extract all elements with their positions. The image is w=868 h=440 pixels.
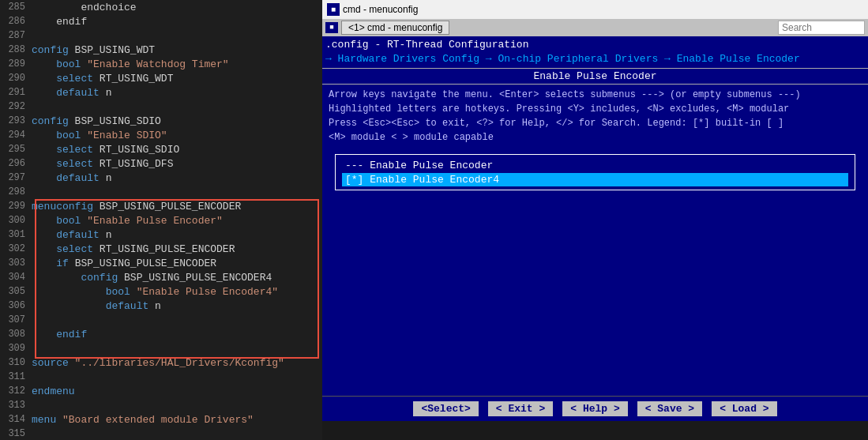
menu-separator: --- Enable Pulse Encoder — [342, 158, 848, 173]
line-number: 299 — [0, 201, 32, 212]
code-line: 296 select RT_USING_DFS — [0, 156, 322, 171]
code-line: 289 bool "Enable Watchdog Timer" — [0, 57, 322, 71]
line-content: bool "Enable Pulse Encoder4" — [32, 286, 278, 298]
code-line: 286 endif — [0, 14, 322, 28]
code-line: 287 — [0, 28, 322, 43]
code-line: 297 default n — [0, 171, 322, 185]
line-number: 305 — [0, 286, 32, 297]
line-number: 302 — [0, 243, 32, 254]
help-line: Highlighted letters are hotkeys. Pressin… — [329, 102, 862, 116]
line-number: 306 — [0, 300, 32, 311]
code-line: 304 config BSP_USING_PULSE_ENCODER4 — [0, 270, 322, 284]
code-line: 302 select RT_USING_PULSE_ENCODER — [0, 242, 322, 256]
line-content: bool "Enable Watchdog Timer" — [32, 58, 229, 70]
search-input[interactable] — [778, 21, 865, 35]
window-titlebar: ■ cmd - menuconfig — [322, 0, 868, 19]
line-content: select RT_USING_SDIO — [32, 144, 179, 156]
line-content: default n — [32, 172, 111, 184]
line-content: select RT_USING_PULSE_ENCODER — [32, 243, 235, 255]
term-button[interactable]: < Help > — [562, 401, 627, 416]
line-content: select RT_USING_WDT — [32, 73, 173, 85]
line-number: 285 — [0, 2, 32, 13]
line-number: 286 — [0, 16, 32, 27]
line-number: 298 — [0, 186, 32, 197]
menu-area: Enable Pulse Encoder Arrow keys navigate… — [322, 68, 868, 396]
bottom-bar — [322, 421, 868, 440]
menuconfig-window: ■ cmd - menuconfig ■ <1> cmd - menuconfi… — [322, 0, 868, 440]
line-number: 289 — [0, 58, 32, 70]
code-line: 307 — [0, 313, 322, 327]
help-text: Arrow keys navigate the menu. <Enter> se… — [322, 85, 868, 148]
line-content: endchoice — [32, 2, 137, 13]
code-line: 300 bool "Enable Pulse Encoder" — [0, 213, 322, 228]
menu-item-selected[interactable]: [*] Enable Pulse Encoder4 — [342, 173, 848, 186]
window-icon: ■ — [327, 3, 340, 16]
breadcrumb-line1: .config - RT-Thread Configuration — [325, 38, 865, 52]
line-number: 293 — [0, 115, 32, 126]
tab-icon: ■ — [325, 22, 338, 33]
line-number: 312 — [0, 385, 32, 397]
button-bar: <Select>< Exit >< Help >< Save >< Load > — [322, 396, 868, 421]
line-number: 290 — [0, 73, 32, 84]
line-number: 300 — [0, 215, 32, 226]
code-line: 299menuconfig BSP_USING_PULSE_ENCODER — [0, 199, 322, 213]
line-number: 315 — [0, 428, 32, 439]
code-line: 291 default n — [0, 85, 322, 100]
help-line: <M> module < > module capable — [329, 130, 862, 145]
line-content: bool "Enable Pulse Encoder" — [32, 215, 223, 227]
line-content: menu "Board extended module Drivers" — [32, 414, 254, 426]
window-title: cmd - menuconfig — [343, 4, 418, 15]
code-line: 308 endif — [0, 327, 322, 341]
code-line: 312endmenu — [0, 384, 322, 398]
line-content: select RT_USING_DFS — [32, 158, 173, 170]
line-content: endif — [32, 329, 87, 340]
line-content: endmenu — [32, 385, 75, 397]
help-line: Press <Esc><Esc> to exit, <?> for Help, … — [329, 116, 862, 130]
menu-title: Enable Pulse Encoder — [322, 68, 868, 85]
term-button[interactable]: <Select> — [413, 401, 478, 416]
line-number: 288 — [0, 44, 32, 55]
line-number: 307 — [0, 314, 32, 325]
code-line: 306 default n — [0, 299, 322, 313]
help-line: Arrow keys navigate the menu. <Enter> se… — [329, 88, 862, 102]
code-line: 301 default n — [0, 228, 322, 242]
terminal-content: .config - RT-Thread Configuration → Hard… — [322, 36, 868, 421]
code-line: 285 endchoice — [0, 0, 322, 14]
line-content: config BSP_USING_WDT — [32, 44, 155, 56]
line-number: 308 — [0, 329, 32, 340]
line-number: 296 — [0, 158, 32, 169]
line-number: 294 — [0, 130, 32, 141]
line-content: config BSP_USING_SDIO — [32, 115, 161, 127]
line-content: if BSP_USING_PULSE_ENCODER — [32, 258, 216, 269]
breadcrumb: .config - RT-Thread Configuration → Hard… — [322, 36, 868, 68]
line-number: 310 — [0, 357, 32, 368]
line-content: config BSP_USING_PULSE_ENCODER4 — [32, 272, 272, 284]
line-number: 309 — [0, 343, 32, 354]
term-button[interactable]: < Save > — [637, 401, 702, 416]
code-line: 311 — [0, 370, 322, 384]
term-button[interactable]: < Exit > — [488, 401, 553, 416]
line-number: 301 — [0, 229, 32, 240]
line-number: 292 — [0, 101, 32, 112]
line-number: 291 — [0, 87, 32, 98]
line-content: endif — [32, 16, 87, 28]
code-line: 313 — [0, 398, 322, 412]
line-number: 304 — [0, 272, 32, 283]
line-content: default n — [32, 300, 161, 312]
line-number: 314 — [0, 414, 32, 425]
code-line: 293config BSP_USING_SDIO — [0, 114, 322, 128]
breadcrumb-line2: → Hardware Drivers Config → On-chip Peri… — [325, 52, 865, 66]
code-line: 294 bool "Enable SDIO" — [0, 128, 322, 142]
line-content: default n — [32, 229, 111, 241]
term-button[interactable]: < Load > — [712, 401, 776, 416]
line-content: bool "Enable SDIO" — [32, 130, 167, 141]
menu-items-box: --- Enable Pulse Encoder [*] Enable Puls… — [335, 154, 855, 190]
code-line: 292 — [0, 100, 322, 114]
code-line: 288config BSP_USING_WDT — [0, 43, 322, 57]
code-line: 314menu "Board extended module Drivers" — [0, 412, 322, 427]
code-line: 305 bool "Enable Pulse Encoder4" — [0, 284, 322, 299]
code-line: 298 — [0, 185, 322, 199]
tab-label[interactable]: <1> cmd - menuconfig — [341, 21, 449, 35]
line-number: 311 — [0, 371, 32, 382]
line-number: 295 — [0, 144, 32, 155]
